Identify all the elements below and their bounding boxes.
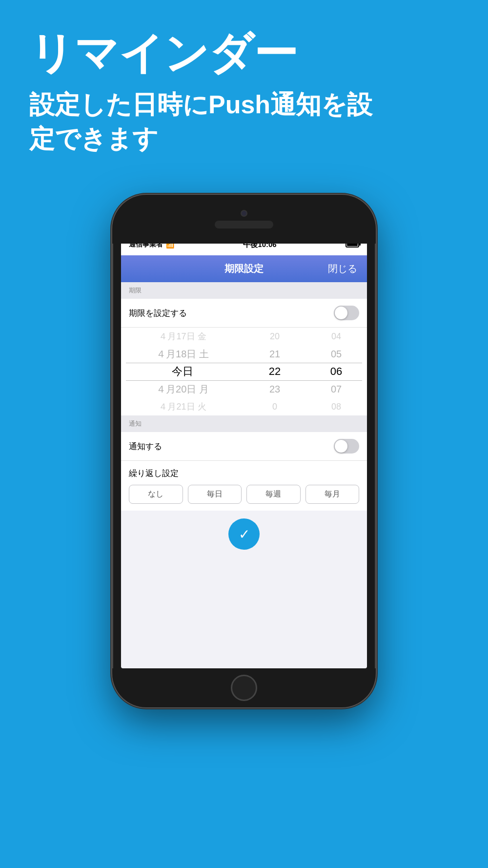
confirm-button[interactable]: ✓ (228, 518, 260, 550)
toggle-knob (335, 307, 347, 319)
picker-minute-1: 05 (305, 345, 367, 363)
hour-column[interactable]: 20 21 22 23 0 (244, 328, 305, 415)
deadline-toggle-row: 期限を設定する (121, 299, 367, 328)
app-header-title: 期限設定 (224, 262, 264, 275)
home-button[interactable] (231, 675, 257, 701)
repeat-label: 繰り返し設定 (129, 468, 359, 479)
picker-hour-0: 20 (244, 328, 305, 345)
camera (241, 210, 247, 217)
notification-toggle-knob (335, 440, 347, 453)
notification-toggle-label: 通知する (129, 441, 162, 452)
picker-hour-4: 0 (244, 398, 305, 415)
notification-section-header: 通知 (121, 415, 367, 432)
phone-screen: 通信事業者 📶 午後10:06 期限設定 閉じる 期限 (121, 234, 367, 668)
repeat-buttons: なし 毎日 毎週 毎月 (129, 485, 359, 504)
phone-bottom-bezel (112, 668, 376, 707)
picker-minute-3: 07 (305, 380, 367, 398)
phone-top-bezel (112, 195, 376, 244)
bottom-confirm-area: ✓ (121, 511, 367, 558)
picker-minute-0: 04 (305, 328, 367, 345)
phone-wrapper: 通信事業者 📶 午後10:06 期限設定 閉じる 期限 (0, 195, 488, 707)
repeat-btn-monthly[interactable]: 毎月 (305, 485, 360, 504)
main-title: リマインダー (29, 29, 459, 78)
app-header-bar: 期限設定 閉じる (121, 255, 367, 282)
repeat-btn-none[interactable]: なし (129, 485, 183, 504)
notification-toggle-row: 通知する (121, 432, 367, 461)
check-icon: ✓ (239, 526, 250, 542)
picker-container: ４月17日 金 ４月18日 土 今日 ４月20日 月 ４月21日 火 20 21… (121, 332, 367, 411)
deadline-section-header: 期限 (121, 282, 367, 299)
close-button[interactable]: 閉じる (328, 262, 357, 275)
header-area: リマインダー 設定した日時にPush通知を設定できます (0, 0, 488, 175)
speaker (215, 221, 273, 228)
repeat-btn-daily[interactable]: 毎日 (188, 485, 242, 504)
notification-toggle[interactable] (334, 439, 359, 454)
sub-title: 設定した日時にPush通知を設定できます (29, 87, 459, 156)
phone-device: 通信事業者 📶 午後10:06 期限設定 閉じる 期限 (112, 195, 376, 707)
picker-minute-2: 06 (305, 363, 367, 380)
date-column[interactable]: ４月17日 金 ４月18日 土 今日 ４月20日 月 ４月21日 火 (121, 328, 244, 415)
deadline-toggle[interactable] (334, 306, 359, 320)
picker-date-0: ４月17日 金 (121, 328, 244, 345)
picker-minute-4: 08 (305, 398, 367, 415)
picker-date-2: 今日 (121, 363, 244, 380)
picker-date-1: ４月18日 土 (121, 345, 244, 363)
date-time-picker[interactable]: ４月17日 金 ４月18日 土 今日 ４月20日 月 ４月21日 火 20 21… (121, 328, 367, 415)
repeat-setting-row: 繰り返し設定 なし 毎日 毎週 毎月 (121, 461, 367, 511)
picker-date-3: ４月20日 月 (121, 380, 244, 398)
minute-column[interactable]: 04 05 06 07 08 (305, 328, 367, 415)
picker-hour-2: 22 (244, 363, 305, 380)
picker-date-4: ４月21日 火 (121, 398, 244, 415)
repeat-btn-weekly[interactable]: 毎週 (246, 485, 301, 504)
picker-hour-3: 23 (244, 380, 305, 398)
deadline-toggle-label: 期限を設定する (129, 308, 187, 319)
picker-hour-1: 21 (244, 345, 305, 363)
